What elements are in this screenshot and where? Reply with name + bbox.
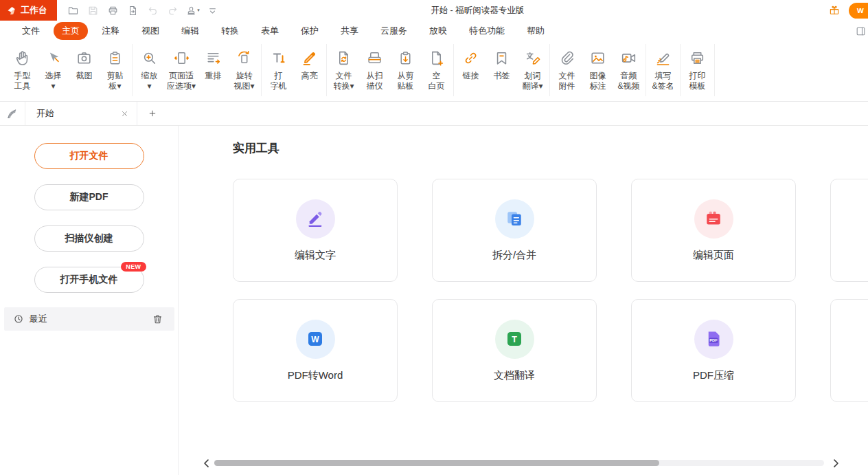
utility-card-split-merge[interactable]: 拆分/合并 xyxy=(432,179,597,282)
new-tab-button[interactable] xyxy=(144,105,161,122)
print-template-button[interactable]: 打印 模板 xyxy=(682,44,713,91)
printer-template-icon xyxy=(689,49,706,67)
from-clipboard-button[interactable]: 从剪 贴板 xyxy=(390,44,421,91)
menu-item-present[interactable]: 放映 xyxy=(421,22,455,40)
utility-card-partial[interactable] xyxy=(830,299,868,402)
rotate-view-button[interactable]: 旋转 视图▾ xyxy=(229,44,260,91)
utility-card-pdf-to-word[interactable]: W PDF转Word xyxy=(233,299,398,402)
signature-icon xyxy=(654,49,672,67)
select-cursor-icon xyxy=(45,49,62,67)
quick-annotate-button[interactable] xyxy=(5,106,20,121)
select-tool-button[interactable]: 选择 ▾ xyxy=(38,44,69,91)
snapshot-button[interactable]: 截图 xyxy=(69,44,100,81)
open-file-button[interactable] xyxy=(64,2,82,19)
undo-button[interactable] xyxy=(144,2,162,19)
folder-icon xyxy=(67,5,79,16)
open-file-sidebar-button[interactable]: 打开文件 xyxy=(34,143,144,169)
from-scanner-button[interactable]: 从扫 描仪 xyxy=(359,44,390,91)
workspace-button[interactable]: 工作台 xyxy=(0,0,57,21)
menu-item-convert[interactable]: 转换 xyxy=(213,22,247,40)
highlight-button[interactable]: 高亮 xyxy=(294,44,325,81)
window-title: 开始 - 福昕阅读器专业版 xyxy=(431,5,524,16)
trash-icon xyxy=(152,313,163,325)
quick-access-toolbar: ▾ xyxy=(64,2,222,19)
bookmark-button[interactable]: 书签 xyxy=(486,44,517,81)
tab-close-button[interactable] xyxy=(119,109,130,119)
hand-tool-button[interactable]: 手型 工具 xyxy=(7,44,38,91)
paperclip-icon xyxy=(558,49,575,67)
word-translate-button[interactable]: 划词 翻译▾ xyxy=(517,44,548,91)
stamp-button[interactable]: ▾ xyxy=(183,2,202,19)
horizontal-scrollbar-thumb[interactable] xyxy=(214,460,659,466)
utility-card-partial[interactable] xyxy=(830,179,868,282)
docked-panel-icon[interactable] xyxy=(855,25,867,37)
audio-video-icon xyxy=(620,49,637,67)
print-button[interactable] xyxy=(104,2,122,19)
doc-translate-icon: T xyxy=(495,320,534,359)
redo-button[interactable] xyxy=(163,2,182,19)
scanner-create-button[interactable]: 扫描仪创建 xyxy=(34,225,144,252)
horizontal-scrollbar-track[interactable] xyxy=(214,460,824,466)
ribbon: 手型 工具 选择 ▾ 截图 剪贴 板▾ 缩放 ▾ 页面适 应选项▾ 重排 旋转 … xyxy=(0,41,868,102)
open-mobile-file-label: 打开手机文件 xyxy=(60,274,118,285)
undo-icon xyxy=(147,5,159,16)
fill-sign-button[interactable]: 填写 &签名 xyxy=(648,44,678,91)
tool-label: 高亮 xyxy=(301,71,318,81)
customize-quick-access-button[interactable] xyxy=(203,2,222,19)
new-badge: NEW xyxy=(121,262,146,272)
svg-text:W: W xyxy=(311,335,319,344)
menu-item-comment[interactable]: 注释 xyxy=(93,22,128,40)
menu-item-protect[interactable]: 保护 xyxy=(293,22,327,40)
menu-item-home[interactable]: 主页 xyxy=(54,22,88,40)
ribbon-group-tools: 手型 工具 选择 ▾ 截图 剪贴 板▾ xyxy=(5,44,133,96)
menu-item-share[interactable]: 共享 xyxy=(332,22,367,40)
recent-label: 最近 xyxy=(30,313,146,325)
chevron-left-icon xyxy=(201,457,213,470)
audio-video-button[interactable]: 音频 &视频 xyxy=(613,44,644,91)
blank-page-button[interactable]: 空 白页 xyxy=(421,44,452,91)
menu-item-cloud[interactable]: 云服务 xyxy=(372,22,415,40)
ribbon-group-create: 文件 转换▾ 从扫 描仪 从剪 贴板 空 白页 xyxy=(327,44,454,96)
utility-card-edit-pages[interactable]: 编辑页面 xyxy=(631,179,796,282)
clipboard-button[interactable]: 剪贴 板▾ xyxy=(100,44,130,91)
zoom-button[interactable]: 缩放 ▾ xyxy=(134,44,165,91)
menu-item-edit[interactable]: 编辑 xyxy=(173,22,207,40)
utility-card-edit-text[interactable]: 编辑文字 xyxy=(233,179,398,282)
reflow-button[interactable]: 重排 xyxy=(198,44,229,81)
clear-recent-button[interactable] xyxy=(152,313,163,325)
gift-button[interactable] xyxy=(828,4,841,16)
rotate-icon xyxy=(236,49,253,67)
edit-pages-icon xyxy=(694,199,733,239)
utility-card-pdf-compress[interactable]: PDF PDF压缩 xyxy=(631,299,796,402)
recent-files-row[interactable]: 最近 xyxy=(4,307,174,331)
scroll-left-button[interactable] xyxy=(201,457,213,470)
utility-card-doc-translate[interactable]: T 文档翻译 xyxy=(432,299,597,402)
share-document-button[interactable] xyxy=(124,2,142,19)
image-annotation-button[interactable]: 图像 标注 xyxy=(582,44,613,91)
caret-down-icon: ▾ xyxy=(197,8,200,13)
tool-label: 空 白页 xyxy=(429,71,445,91)
tab-start[interactable]: 开始 xyxy=(25,102,137,125)
menu-item-help[interactable]: 帮助 xyxy=(518,22,553,40)
word-icon: W xyxy=(305,329,326,349)
menu-item-features[interactable]: 特色功能 xyxy=(461,22,513,40)
file-attachment-button[interactable]: 文件 附件 xyxy=(551,44,582,91)
link-button[interactable]: 链接 xyxy=(455,44,486,81)
sidebar: 打开文件 新建PDF 扫描仪创建 打开手机文件 NEW 最近 xyxy=(0,126,179,475)
scroll-right-button[interactable] xyxy=(830,457,842,470)
menu-item-form[interactable]: 表单 xyxy=(253,22,287,40)
new-pdf-button[interactable]: 新建PDF xyxy=(34,184,144,210)
ribbon-group-media: 文件 附件 图像 标注 音频 &视频 xyxy=(550,44,646,96)
open-mobile-file-button[interactable]: 打开手机文件 NEW xyxy=(34,267,144,293)
menu-item-view[interactable]: 视图 xyxy=(133,22,168,40)
ribbon-group-print: 打印 模板 xyxy=(681,44,715,96)
file-convert-button[interactable]: 文件 转换▾ xyxy=(328,44,359,91)
pdf-to-word-icon: W xyxy=(296,320,335,359)
customize-toolbar-icon xyxy=(207,5,218,16)
save-button[interactable] xyxy=(84,2,102,19)
pdf-compress-icon: PDF xyxy=(694,320,733,359)
typewriter-button[interactable]: 打 字机 xyxy=(263,44,294,91)
fit-page-options-button[interactable]: 页面适 应选项▾ xyxy=(165,44,198,91)
account-pill-button[interactable]: w xyxy=(849,3,868,19)
menu-item-file[interactable]: 文件 xyxy=(14,22,48,40)
